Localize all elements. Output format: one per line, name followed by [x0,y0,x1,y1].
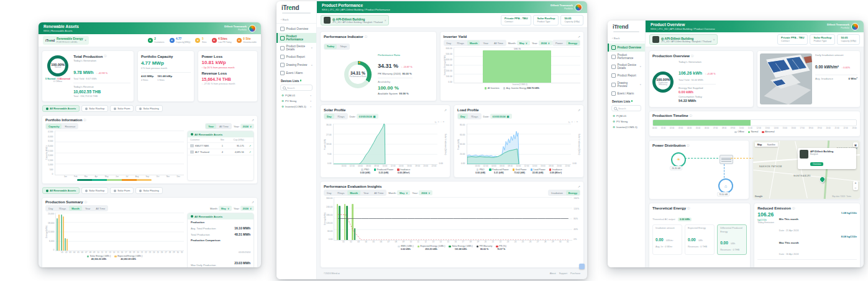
tab-alltime[interactable]: All Time [372,190,386,195]
solar-node[interactable]: ☀ [671,152,686,167]
expand-icon[interactable]: ↗ [252,118,254,122]
sidebar-item-product-report[interactable]: Product Report [276,53,316,61]
tab-alltime[interactable]: All Time [93,206,107,211]
legend-item[interactable]: PNO0.00 (kW) [475,168,485,174]
info-icon[interactable]: ⓘ [690,114,693,117]
footer-link-support[interactable]: Support [559,272,567,275]
user-menu[interactable]: Dillmit TeamworkPortfolio [827,23,859,30]
filter-solar-rooftop[interactable]: Solar Rooftop [81,187,108,194]
zoom-in-button[interactable]: + [853,181,858,186]
legend-item[interactable]: Expected Energy ( kWh )40,082.08 kWh [114,255,142,260]
tab-7days[interactable]: 7Days [334,190,347,195]
sidebar-item-product-overview[interactable]: Product Overview [608,44,645,52]
chat-widget-button[interactable] [579,264,585,269]
tab-alltime[interactable]: All Time [217,124,231,129]
tab-revenue[interactable]: Revenue [62,124,78,129]
device-item[interactable]: ⚙PQM-01▾ [276,93,316,98]
sidebar-item-drawing-preview[interactable]: Drawing Preview∨ [608,80,645,90]
sidebar-item-product-device-details[interactable]: Product Device Details∨ [608,62,645,71]
portfolio-selector[interactable]: iTrend Renewable Energy PORTFOLIO LEVEL … [43,36,89,45]
device-item[interactable]: ⚙Inverter(COM3-1)▾ [276,104,316,109]
info-icon[interactable]: ⓘ [83,119,86,122]
sidebar-item-event-alarm[interactable]: Event / Alarm [276,69,316,77]
info-icon[interactable]: ⓘ [687,144,690,147]
filter-solar-floating[interactable]: Solar Floating [135,187,162,194]
expand-icon[interactable]: ↗ [578,108,580,112]
tab-year[interactable]: Year [206,124,216,129]
tab-year[interactable]: Year [83,206,93,211]
open-link-icon[interactable]: ↗ [244,144,251,147]
legend-item[interactable]: PNO0.00 (kW) [360,168,370,174]
device-item[interactable]: ⚙PV String▾ [276,98,316,104]
user-menu[interactable]: Dillmit TeamworkPortfolio [224,25,256,32]
footer-link-purchase[interactable]: Purchase [570,272,580,275]
itrend-logo[interactable]: iTrend [276,1,316,12]
device-item[interactable]: ⚙PV String [608,119,645,124]
open-link-icon[interactable]: ↗ [244,150,251,154]
avatar[interactable] [851,23,859,30]
tab-capacity[interactable]: Capacity [46,124,62,129]
tab-day[interactable]: Day [46,206,55,211]
tab-7days[interactable]: 7Days [56,206,68,211]
tab-day[interactable]: Day [324,114,334,119]
map-zoom-controls[interactable]: +− [853,181,858,190]
fullscreen-icon[interactable]: ▣ [853,142,858,147]
legend-item[interactable]: All Inverters [485,87,500,90]
filter-all-renewable-assets[interactable]: All Renewable Assets [42,187,80,194]
tab-today[interactable]: Today [324,44,337,49]
tab-7days[interactable]: 7Days [454,40,467,45]
legend-item[interactable]: Load Power22.85 (kW) [531,168,546,174]
filter-solar-farm[interactable]: Solar Farm [110,105,134,112]
legend-item[interactable]: Produced Power5.23 (kW) [374,168,394,174]
satellite-button[interactable]: Satellite [764,142,778,147]
legend-item[interactable]: PR (%)76.57 % [496,245,506,251]
table-row[interactable]: KMUTT NBK 1 95.175 ↗ [188,143,254,149]
tab-7days[interactable]: 7Days [468,114,481,119]
device-search-input[interactable]: Search [611,105,641,111]
tab-alltime[interactable]: All Time [491,40,506,45]
back-link[interactable]: ‹ Back [276,16,316,24]
legend-item[interactable]: Solar Energy ( kWh )48,306.26 kWh [87,255,111,260]
filter-all-renewable-assets[interactable]: All Renewable Assets [42,105,80,112]
legend-item[interactable]: Irradiance3.09 (W/m²) [549,168,562,174]
year-select[interactable]: 2024∨ [539,40,552,45]
year-select[interactable]: 2024∨ [240,206,254,211]
device-item[interactable]: ⚙Inverter(COM3-1) [608,124,645,130]
month-select[interactable]: May∨ [517,40,530,45]
tab-year[interactable]: Year [480,40,490,45]
device-item[interactable]: ⚙PQM-01 [608,113,645,119]
info-icon[interactable]: ⓘ [365,35,368,39]
tab-day[interactable]: Day [458,114,468,119]
legend-item[interactable]: PR Warranty80.00 % [477,245,492,251]
map-popup[interactable]: API Dillmit Building Bangkok Overview [798,148,856,168]
popup-overview-button[interactable]: Overview [810,162,823,166]
tab-7days[interactable]: 7days [337,44,349,49]
info-icon[interactable]: ⓘ [691,55,694,58]
legend-item[interactable]: Produced Power5.21 (kW) [489,168,509,174]
tab-month[interactable]: Month [347,190,360,195]
map[interactable]: NAKHON PATHOM NAKHON NAYOK NONTHABURI Ma… [753,140,860,199]
tab-day[interactable]: Day [444,40,454,45]
filter-solar-rooftop[interactable]: Solar Rooftop [81,105,108,112]
avatar[interactable] [249,25,256,32]
map-button[interactable]: Map [755,142,765,147]
legend-item[interactable]: Expected Energy ( kWh )253.25 kWh [418,245,445,251]
device-search-input[interactable]: Search [280,85,313,91]
sidebar-item-drawing-preview[interactable]: Drawing Preview∨ [276,61,316,69]
load-node[interactable]: ⌂ [718,178,733,193]
sidebar-item-product-performance[interactable]: Product Performance [276,33,316,43]
legend-item[interactable]: Grid Power73.62 (kW) [513,168,527,174]
sidebar-item-product-performance[interactable]: Product Performance [608,52,645,62]
sidebar-item-product-device-details[interactable]: Product Device Details∨ [276,43,316,53]
date-picker[interactable]: 03/05/2024▦ [490,114,512,119]
sidebar-item-event-alarm[interactable]: Event / Alarm [608,90,645,98]
building-selector[interactable]: ◎ API-Dillmit Building JTC_KD / API-Dill… [649,34,718,45]
back-link[interactable]: ‹ Back [608,35,645,42]
sidebar-item-product-overview[interactable]: Product Overview [276,25,316,33]
info-icon[interactable]: ⓘ [85,201,88,204]
filter-solar-floating[interactable]: Solar Floating [135,105,162,112]
table-row[interactable]: ALT Thailand 4 4,685.56 ↗ [188,149,254,155]
expand-icon[interactable]: ↗ [578,185,580,188]
legend-item[interactable]: Avg. Inverter Energy 598.76 kWh [503,87,539,90]
tab-year[interactable]: Year [361,190,371,195]
